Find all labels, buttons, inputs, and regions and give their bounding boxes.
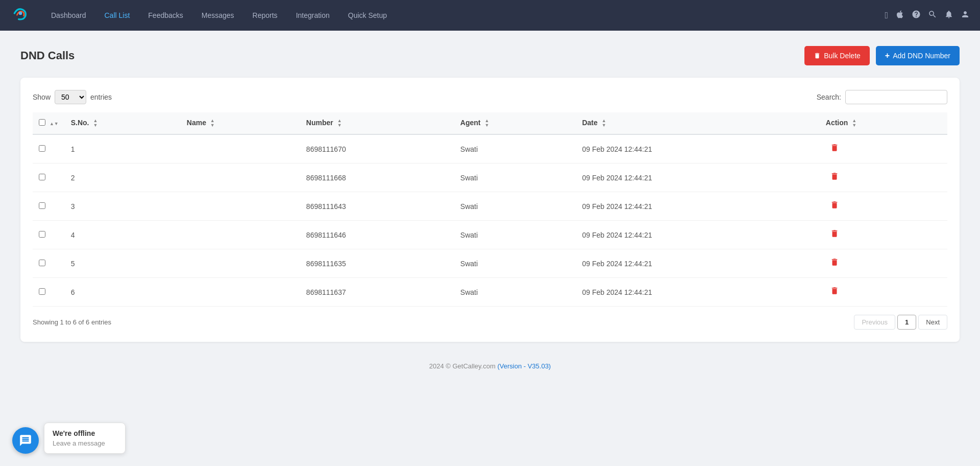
nav-messages[interactable]: Messages	[193, 7, 242, 24]
row-action-0	[820, 134, 947, 164]
col-date[interactable]: Date ▲▼	[576, 112, 819, 134]
chat-bubble-button[interactable]	[12, 427, 39, 454]
row-sno-2: 3	[65, 192, 181, 221]
row-number-4: 8698111635	[300, 249, 454, 278]
copyright-text: 2024 © GetCalley.com	[429, 362, 496, 370]
bulk-delete-button[interactable]: Bulk Delete	[804, 46, 870, 65]
show-label: Show	[33, 93, 51, 101]
table-row: 6 8698111637 Swati 09 Feb 2024 12:44:21	[33, 278, 947, 307]
nav-quick-setup[interactable]: Quick Setup	[340, 7, 395, 24]
table-footer: Showing 1 to 6 of 6 entries Previous 1 N…	[33, 315, 947, 330]
row-select-4[interactable]	[39, 260, 45, 266]
row-sno-4: 5	[65, 249, 181, 278]
row-sno-5: 6	[65, 278, 181, 307]
row-agent-0: Swati	[454, 134, 576, 164]
nav-integration[interactable]: Integration	[288, 7, 338, 24]
nav-feedbacks[interactable]: Feedbacks	[140, 7, 191, 24]
nav-reports[interactable]: Reports	[244, 7, 286, 24]
delete-row-5-button[interactable]	[826, 284, 843, 300]
table-row: 2 8698111668 Swati 09 Feb 2024 12:44:21	[33, 164, 947, 192]
page-content: DND Calls Bulk Delete + Add DND Number S…	[0, 31, 980, 395]
trash-icon	[814, 52, 821, 59]
select-all-checkbox[interactable]	[39, 119, 45, 126]
table-controls: Show 10 25 50 100 entries Search:	[33, 90, 947, 104]
row-checkbox-5	[33, 278, 65, 307]
row-checkbox-0	[33, 134, 65, 164]
row-date-0: 09 Feb 2024 12:44:21	[576, 134, 819, 164]
row-number-3: 8698111646	[300, 221, 454, 249]
offline-sub: Leave a message	[53, 439, 117, 447]
entries-select[interactable]: 10 25 50 100	[55, 90, 86, 104]
page-header: DND Calls Bulk Delete + Add DND Number	[20, 46, 960, 65]
bell-icon[interactable]	[944, 10, 953, 21]
header-actions: Bulk Delete + Add DND Number	[804, 46, 960, 65]
nav-call-list[interactable]: Call List	[96, 7, 138, 24]
search-icon[interactable]	[928, 10, 937, 21]
col-number[interactable]: Number ▲▼	[300, 112, 454, 134]
search-input[interactable]	[845, 90, 947, 104]
page-1-button[interactable]: 1	[897, 315, 916, 330]
row-select-2[interactable]	[39, 202, 45, 209]
previous-page-button[interactable]: Previous	[854, 315, 895, 330]
show-entries-group: Show 10 25 50 100 entries	[33, 90, 112, 104]
add-dnd-button[interactable]: + Add DND Number	[876, 46, 960, 65]
row-number-2: 8698111643	[300, 192, 454, 221]
nav-dashboard[interactable]: Dashboard	[43, 7, 94, 24]
svg-point-1	[19, 12, 22, 15]
delete-icon-1	[830, 172, 839, 181]
logo[interactable]	[10, 3, 35, 28]
row-action-1	[820, 164, 947, 192]
row-agent-4: Swati	[454, 249, 576, 278]
row-name-1	[181, 164, 300, 192]
search-box: Search:	[817, 90, 947, 104]
row-date-2: 09 Feb 2024 12:44:21	[576, 192, 819, 221]
row-number-5: 8698111637	[300, 278, 454, 307]
nav-links: Dashboard Call List Feedbacks Messages R…	[43, 7, 885, 24]
row-checkbox-3	[33, 221, 65, 249]
col-agent[interactable]: Agent ▲▼	[454, 112, 576, 134]
next-page-button[interactable]: Next	[918, 315, 947, 330]
row-number-0: 8698111670	[300, 134, 454, 164]
search-label: Search:	[817, 93, 841, 101]
row-select-5[interactable]	[39, 288, 45, 295]
version-link[interactable]: (Version - V35.03)	[497, 362, 551, 370]
row-agent-5: Swati	[454, 278, 576, 307]
delete-row-4-button[interactable]	[826, 255, 843, 271]
col-name[interactable]: Name ▲▼	[181, 112, 300, 134]
nav-icon-group: 	[885, 10, 970, 21]
row-sno-3: 4	[65, 221, 181, 249]
delete-row-1-button[interactable]	[826, 170, 843, 185]
android-icon[interactable]: 	[885, 10, 888, 21]
dnd-table: ▲▼ S.No. ▲▼ Name ▲▼ Number ▲▼ Agent ▲▼ D…	[33, 112, 947, 307]
row-date-3: 09 Feb 2024 12:44:21	[576, 221, 819, 249]
entries-label: entries	[90, 93, 112, 101]
delete-row-2-button[interactable]	[826, 198, 843, 214]
row-select-3[interactable]	[39, 231, 45, 238]
delete-row-3-button[interactable]	[826, 227, 843, 243]
table-row: 4 8698111646 Swati 09 Feb 2024 12:44:21	[33, 221, 947, 249]
table-header: ▲▼ S.No. ▲▼ Name ▲▼ Number ▲▼ Agent ▲▼ D…	[33, 112, 947, 134]
delete-row-0-button[interactable]	[826, 141, 843, 157]
col-sno[interactable]: S.No. ▲▼	[65, 112, 181, 134]
help-icon[interactable]	[912, 10, 921, 21]
row-name-5	[181, 278, 300, 307]
col-action[interactable]: Action ▲▼	[820, 112, 947, 134]
row-name-3	[181, 221, 300, 249]
delete-icon-3	[830, 229, 839, 238]
row-date-1: 09 Feb 2024 12:44:21	[576, 164, 819, 192]
sno-sort[interactable]: ▲▼	[50, 122, 59, 126]
row-checkbox-2	[33, 192, 65, 221]
user-icon[interactable]	[961, 10, 970, 21]
row-name-0	[181, 134, 300, 164]
row-sno-1: 2	[65, 164, 181, 192]
delete-icon-2	[830, 200, 839, 209]
row-agent-2: Swati	[454, 192, 576, 221]
offline-title: We're offline	[53, 429, 117, 437]
row-select-1[interactable]	[39, 174, 45, 180]
apple-icon[interactable]	[895, 10, 904, 21]
chat-tooltip: We're offline Leave a message	[44, 423, 126, 454]
row-checkbox-1	[33, 164, 65, 192]
col-checkbox: ▲▼	[33, 112, 65, 134]
row-agent-1: Swati	[454, 164, 576, 192]
row-select-0[interactable]	[39, 145, 45, 152]
